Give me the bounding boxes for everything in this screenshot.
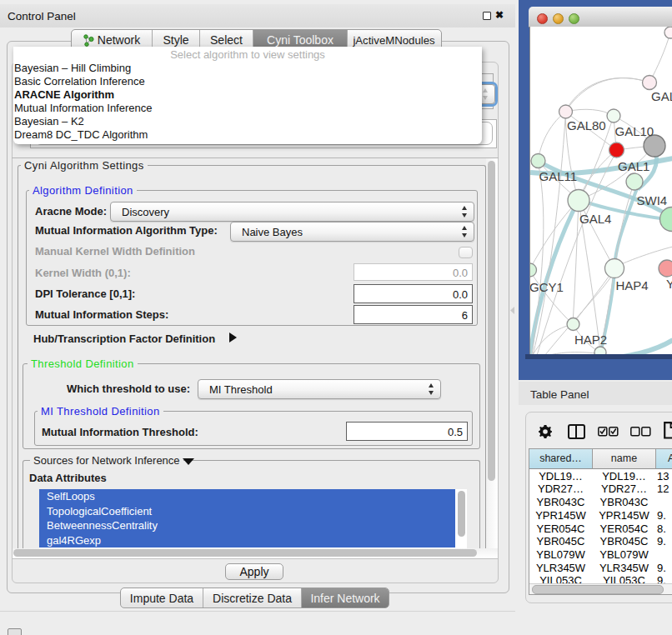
svg-text:GCY1: GCY1 (530, 280, 564, 294)
svg-text:HAP2: HAP2 (574, 332, 607, 347)
svg-text:Y: Y (666, 277, 672, 291)
svg-text:GAL80: GAL80 (567, 118, 606, 132)
svg-text:GAL1: GAL1 (618, 159, 649, 173)
svg-text:HAP4: HAP4 (616, 278, 649, 292)
svg-text:GAL7: GAL7 (651, 89, 672, 103)
svg-text:SWI4: SWI4 (637, 193, 668, 208)
svg-text:GAL4: GAL4 (579, 212, 611, 226)
svg-text:GAL10: GAL10 (615, 124, 654, 138)
svg-text:GAL11: GAL11 (539, 169, 578, 183)
